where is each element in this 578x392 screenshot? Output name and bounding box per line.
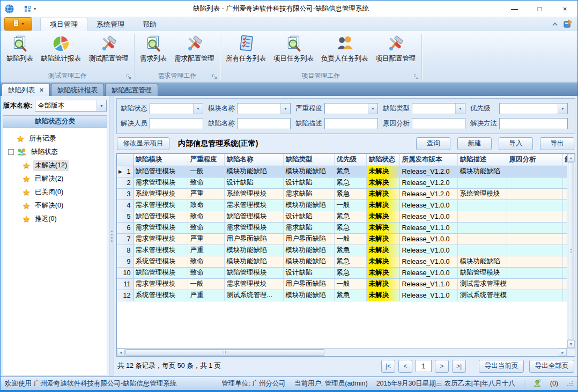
table-row[interactable]: 10缺陷管理模块致命缺陷管理模块设计缺陷紧急未解决Release_V1.0.0缺… [117,267,570,278]
cell-module[interactable]: 缺陷管理模块 [133,267,188,278]
minimize-button[interactable]: — [502,1,527,17]
help-icon[interactable] [564,19,573,28]
column-header-severity[interactable]: 严重程度 [188,154,224,166]
cell-priority[interactable]: 紧急 [334,188,366,199]
cell-description[interactable] [457,177,507,188]
cell-module[interactable]: 缺陷管理模块 [133,166,188,177]
cell-status[interactable]: 未解决 [366,245,399,256]
dialog-launcher-icon[interactable] [413,74,419,80]
cell-description[interactable]: 缺陷管理模块 [457,267,507,278]
cell-version[interactable]: Release_V1.0.0 [399,211,457,222]
vertical-scrollbar[interactable]: ▲ ▼ [567,154,575,348]
cell-description[interactable] [457,245,507,256]
column-header-analysis[interactable]: 原因分析 [507,154,562,166]
cell-status[interactable]: 未解决 [366,188,399,199]
cell-description[interactable] [457,222,507,233]
tree-item-postponed[interactable]: ★推迟(0) [3,212,107,226]
cell-description[interactable]: 系统管理模块 [457,188,507,199]
cell-version[interactable]: Release_V1.0.0 [399,233,457,245]
cell-module[interactable]: 系统管理模块 [133,256,188,267]
ribbon-button-owner-tasks-list[interactable]: 负责人任务列表 [317,32,372,63]
column-header-version[interactable]: 所属发布版本 [399,154,457,166]
table-row[interactable]: 11需求管理模块一般需求管理模块用户界面缺陷一般未解决Release_V1.1.… [117,278,570,290]
cell-status[interactable]: 未解决 [366,211,399,222]
cell-description[interactable]: 测试系统管理模块... [457,290,507,301]
doc-tab-defect-stats-report[interactable]: 缺陷统计报表 [51,84,104,96]
row-header[interactable]: 8 [117,245,133,256]
row-header[interactable]: 12 [117,290,133,301]
cell-priority[interactable]: 一般 [334,199,366,211]
cell-type[interactable]: 模块功能缺陷 [283,166,334,177]
table-row[interactable]: 6需求管理模块致命需求管理模块需求缺陷紧急未解决Release_V1.1.0 [117,222,570,233]
tree-item-defect-status[interactable]: −缺陷状态 [3,145,107,159]
cell-severity[interactable]: 严重 [188,245,224,256]
filter-priority-combobox[interactable]: ▼ [499,103,568,114]
cell-description[interactable]: 测试需求管理模块 [457,278,507,290]
first-page-button[interactable]: |< [381,360,395,373]
filter-solution-method-input[interactable] [499,118,568,129]
doc-tab-defect-list[interactable]: 缺陷列表× [2,84,50,96]
cell-status[interactable]: 未解决 [366,177,399,188]
cell-analysis[interactable] [507,245,562,256]
table-row[interactable]: 9系统管理模块致命模块功能缺陷模块功能缺陷紧急未解决Release_V1.0.0… [117,256,570,267]
cell-description[interactable]: 模块功能缺陷 [457,256,507,267]
filter-severity-combobox[interactable]: ▼ [324,103,378,114]
column-header-module[interactable]: 缺陷模块 [133,154,188,166]
row-header[interactable]: 9 [117,256,133,267]
table-row[interactable]: ▶1缺陷管理模块一般模块功能缺陷模块功能缺陷紧急未解决Release_V1.2.… [117,166,570,177]
cell-version[interactable]: Release_V1.0.0 [399,267,457,278]
cell-type[interactable]: 设计缺陷 [283,267,334,278]
ribbon-button-project-tasks-list[interactable]: 项目任务列表 [270,32,317,63]
cell-analysis[interactable] [507,222,562,233]
ribbon-button-requirement-list[interactable]: 需求列表 [136,32,171,63]
chevron-down-icon[interactable]: ▼ [558,103,567,114]
prev-page-button[interactable]: < [398,360,412,373]
column-header-priority[interactable]: 优先级 [334,154,366,166]
row-header[interactable]: 3 [117,188,133,199]
row-header[interactable]: 2 [117,177,133,188]
filter-defect-name-input[interactable] [237,118,291,129]
table-row[interactable]: 8需求管理模块严重模块功能缺陷模块功能缺陷紧急未解决Release_V1.0.0 [117,245,570,256]
row-header[interactable]: 7 [117,233,133,245]
cell-module[interactable]: 缺陷管理模块 [133,211,188,222]
cell-priority[interactable]: 紧急 [334,166,366,177]
cell-severity[interactable]: 一般 [188,166,224,177]
cell-name[interactable]: 需求管理模块 [224,222,283,233]
column-header-name[interactable]: 缺陷名称 [224,154,283,166]
cell-description[interactable] [457,211,507,222]
dialog-launcher-icon[interactable] [126,74,132,80]
cell-type[interactable]: 模块功能缺陷 [283,256,334,267]
cell-name[interactable]: 设计缺陷 [224,177,283,188]
version-combobox[interactable]: 全部版本 ▼ [35,100,107,112]
cell-type[interactable]: 需求缺陷 [283,222,334,233]
cell-analysis[interactable] [507,188,562,199]
cell-analysis[interactable] [507,278,562,290]
cell-priority[interactable]: 一般 [334,233,366,245]
import-button[interactable]: 导入 [499,137,533,150]
cell-status[interactable]: 未解决 [366,199,399,211]
cell-status[interactable]: 未解决 [366,222,399,233]
cell-module[interactable]: 需求管理模块 [133,245,188,256]
resize-grip[interactable] [567,380,573,387]
next-page-button[interactable]: > [435,360,449,373]
cell-analysis[interactable] [507,166,562,177]
column-header-status[interactable]: 缺陷状态 [366,154,399,166]
cell-type[interactable]: 模块功能缺陷 [283,290,334,301]
ribbon-button-defect-stats-report[interactable]: 缺陷统计报表 [37,32,85,63]
cell-name[interactable]: 缺陷管理模块 [224,267,283,278]
cell-module[interactable]: 系统管理模块 [133,290,188,301]
filter-resolver-input[interactable] [150,118,203,129]
cell-severity[interactable]: 一般 [188,278,224,290]
ribbon-tab-project-management[interactable]: 项目管理 [40,18,87,31]
cell-name[interactable]: 测试系统管理... [224,290,283,301]
cell-priority[interactable]: 紧急 [334,222,366,233]
cell-severity[interactable]: 致命 [188,222,224,233]
create-button[interactable]: 新建 [457,137,492,150]
cell-version[interactable]: Release_V1.1.0 [399,278,457,290]
modify-columns-button[interactable]: 修改显示项目 [117,137,169,150]
cell-module[interactable]: 需求管理模块 [133,278,188,290]
cell-version[interactable]: Release_V1.2.0 [399,166,457,177]
maximize-button[interactable]: □ [527,1,552,17]
tree-item-closed[interactable]: ★已关闭(0) [3,186,107,199]
cell-priority[interactable]: 紧急 [334,256,366,267]
